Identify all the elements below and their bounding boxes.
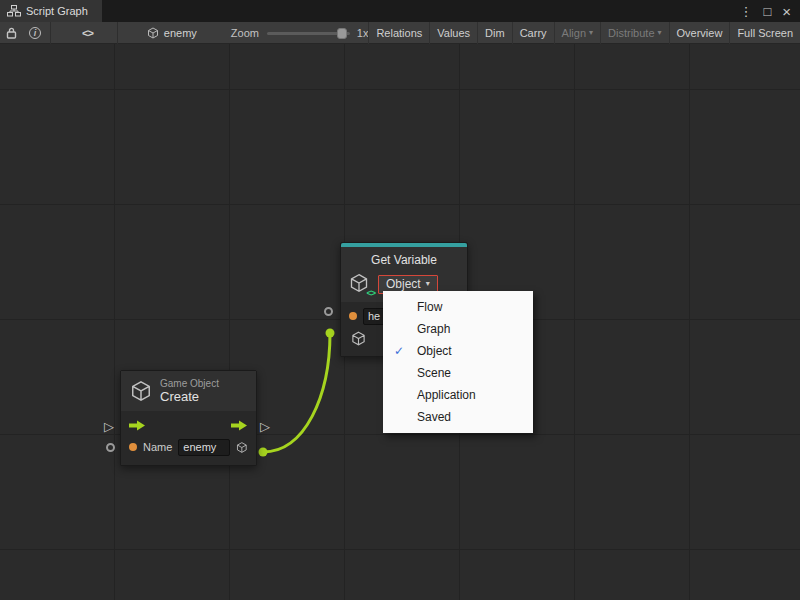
value-port-icon[interactable] [349,312,357,320]
graph-asset-icon [147,27,159,39]
toolbar-buttons: Relations Values Dim Carry Align ▾ Distr… [368,22,800,44]
create-node-category: Game Object [160,378,219,389]
name-row: Name [121,436,256,458]
chevron-down-icon: ▾ [426,279,430,288]
create-node-body: Name [121,411,256,465]
graph-breadcrumb[interactable]: enemy [147,27,197,39]
chevron-down-icon: ▾ [589,22,593,44]
dim-button[interactable]: Dim [477,22,512,44]
flow-row [121,414,256,436]
toolbar-separator [50,22,51,44]
close-icon[interactable]: × [782,4,791,19]
title-bar: Script Graph ⋮ □ × [0,0,800,22]
value-port-icon[interactable] [129,443,137,451]
graph-icon [7,5,21,17]
name-input[interactable] [178,439,230,456]
game-object-cube-icon [130,380,152,402]
menu-item-flow[interactable]: Flow [383,296,533,318]
flow-out-arrow-icon[interactable] [231,420,248,431]
graph-toolbar: i <> enemy Zoom 1x Relations Values Dim [0,22,800,44]
menu-item-saved[interactable]: Saved [383,406,533,428]
variable-cube-icon: <> [349,273,371,295]
chevron-down-icon: ▾ [658,22,662,44]
check-icon: ✓ [394,340,404,362]
menu-item-scene[interactable]: Scene [383,362,533,384]
zoom-slider-handle[interactable] [337,28,347,39]
tab-script-graph[interactable]: Script Graph [0,0,102,22]
wire-start-port [259,448,268,457]
code-view-icon[interactable]: <> [76,22,99,44]
create-node[interactable]: Game Object Create Name [120,370,257,466]
get-variable-title: Get Variable [349,253,459,267]
menu-item-graph[interactable]: Graph [383,318,533,340]
create-input-port[interactable] [106,443,115,452]
flow-input-port-icon[interactable]: ▷ [104,420,114,433]
info-icon[interactable]: i [23,22,47,44]
name-field-label: Name [143,441,172,453]
object-cube-icon[interactable] [351,331,366,346]
kebab-menu-icon[interactable]: ⋮ [739,5,752,18]
get-variable-name-port[interactable] [324,307,333,316]
maximize-icon[interactable]: □ [763,5,771,18]
menu-item-object[interactable]: ✓ Object [383,340,533,362]
align-button[interactable]: Align ▾ [554,22,600,44]
scope-context-menu: Flow Graph ✓ Object Scene Application Sa… [383,291,533,433]
distribute-button[interactable]: Distribute ▾ [600,22,668,44]
zoom-value: 1x [357,27,369,39]
output-cube-icon[interactable] [236,440,248,455]
zoom-label: Zoom [231,27,259,39]
wire-end-port [326,329,335,338]
tab-title: Script Graph [26,5,88,17]
flow-in-arrow-icon[interactable] [129,420,146,431]
script-graph-window: Script Graph ⋮ □ × i <> enemy Zoom [0,0,800,600]
graph-canvas[interactable]: Game Object Create Name [0,44,800,600]
flow-output-port-icon[interactable]: ▷ [260,420,270,433]
lock-icon[interactable] [0,22,23,44]
create-node-header[interactable]: Game Object Create [121,371,256,411]
overview-button[interactable]: Overview [669,22,730,44]
fullscreen-button[interactable]: Full Screen [729,22,800,44]
carry-button[interactable]: Carry [512,22,554,44]
window-controls: ⋮ □ × [739,0,800,22]
toolbar-separator [117,22,118,44]
graph-name: enemy [164,27,197,39]
create-node-title: Create [160,389,219,404]
code-badge-icon: <> [366,288,375,298]
menu-item-application[interactable]: Application [383,384,533,406]
zoom-slider[interactable] [267,22,350,44]
values-button[interactable]: Values [429,22,477,44]
wire-path [263,333,330,452]
relations-button[interactable]: Relations [368,22,429,44]
